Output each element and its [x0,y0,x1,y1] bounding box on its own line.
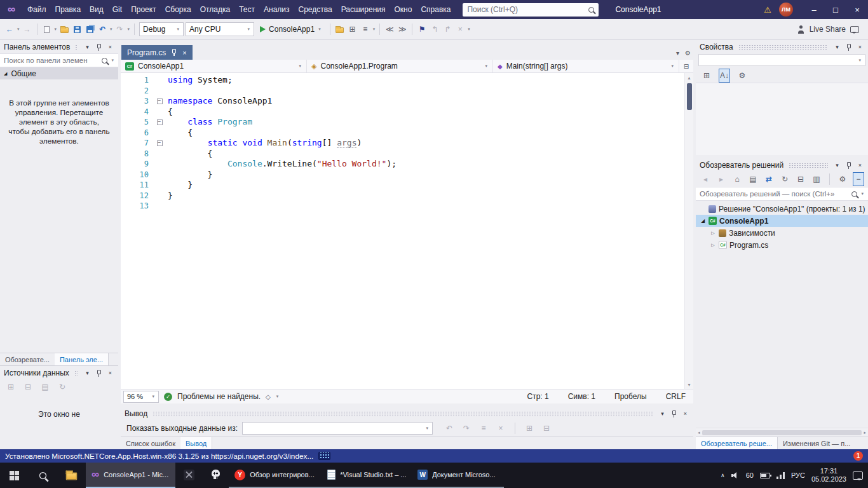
back-icon[interactable]: ◂ [700,172,711,186]
clear-bookmarks-icon[interactable]: × [454,22,466,36]
pin-icon[interactable] [171,48,177,57]
code-cleanup-icon[interactable]: ◇ [266,393,271,400]
editor-options-gear-icon[interactable]: ⚙ [685,50,691,57]
configure-icon[interactable]: ▤ [39,380,51,394]
pin-icon[interactable] [844,43,853,51]
menu-item[interactable]: Анализ [259,0,294,19]
health-indicator-icon[interactable]: ✓ [164,393,172,401]
minimize-button[interactable]: – [803,0,825,19]
code-line[interactable]: 3−namespace ConsoleApp1 [121,96,684,107]
show-all-files-icon[interactable]: ▥ [811,172,822,186]
properties-object-dropdown[interactable]: ▾ [698,54,865,66]
alphabetical-sort-icon[interactable]: A↓ [719,69,730,83]
chevron-down-icon[interactable]: ▾ [109,27,113,32]
tree-item[interactable]: Решение "ConsoleApp1" (проекты: 1 из 1) [696,203,868,215]
menu-item[interactable]: Файл [23,0,51,19]
add-source-icon[interactable]: ⊞ [5,380,17,394]
code-line[interactable]: 4{ [121,107,684,118]
line-options-icon[interactable]: ≡ [360,22,371,36]
find-next-icon[interactable]: ↷ [461,421,472,435]
notification-badge[interactable]: 1 [853,451,863,461]
chevron-down-icon[interactable]: ▾ [372,27,376,32]
next-bookmark-icon[interactable]: ↱ [442,22,453,36]
solution-tab[interactable]: Обозреватель реше... [696,437,778,449]
code-line[interactable]: 12} [121,191,684,201]
forward-icon[interactable]: ▸ [715,172,727,186]
data-sources-header[interactable]: Источники данных ▾ × [0,366,118,379]
categorized-icon[interactable]: ⊞ [701,69,712,83]
close-icon[interactable]: × [106,369,114,377]
save-all-icon[interactable] [84,22,95,36]
toolbox-header[interactable]: Панель элементов ▾ × [0,40,118,53]
solution-search-box[interactable]: ▾ [696,187,868,201]
menu-item[interactable]: Правка [51,0,86,19]
split-editor-button[interactable]: ⊟ [679,60,693,72]
code-line[interactable]: 1using System; [121,75,684,86]
fold-toggle-icon[interactable]: − [157,119,163,125]
taskbar-app[interactable]: YОбзор интегриров... [229,463,322,488]
redo-icon[interactable]: ↷ [114,22,126,36]
language-indicator[interactable]: РУС [791,471,805,479]
close-icon[interactable]: × [856,43,864,51]
show-hidden-icons-chevron[interactable]: ∧ [721,472,725,478]
menu-item[interactable]: Проект [126,0,161,19]
close-button[interactable]: × [846,0,868,19]
toggle-output-icon[interactable]: ⊞ [524,421,535,435]
toolbox-tab[interactable]: Панель эле... [55,353,109,365]
quick-search-input[interactable] [467,5,585,14]
close-icon[interactable]: × [856,161,864,170]
account-avatar[interactable]: ЛМ [779,3,793,17]
zoom-dropdown[interactable]: 96 % ▾ [123,391,159,403]
taskbar-app[interactable]: ∞ConsoleApp1 - Mic... [86,463,175,488]
toolbox-tab[interactable]: Обозревате... [0,353,55,365]
chevron-down-icon[interactable]: ▾ [111,58,114,63]
find-message-icon[interactable]: ↶ [444,421,455,435]
previous-bookmark-icon[interactable]: ↰ [429,22,440,36]
bookmark-icon[interactable]: ⚑ [416,22,428,36]
tree-item[interactable]: ◢C#ConsoleApp1 [696,215,868,227]
drag-grip[interactable] [74,370,78,376]
window-position-chevron-icon[interactable]: ▾ [833,161,841,170]
menu-item[interactable]: Средства [294,0,337,19]
solution-tab[interactable]: Изменения Git — п... [778,437,855,449]
tab-list-chevron-icon[interactable]: ▾ [676,50,679,57]
menu-item[interactable]: Git [108,0,126,19]
code-line[interactable]: 6 { [121,128,684,139]
feedback-icon[interactable] [850,26,859,33]
drag-grip[interactable] [738,44,828,50]
close-icon[interactable]: × [182,49,186,57]
chevron-down-icon[interactable]: ▾ [276,394,280,399]
refresh-icon[interactable]: ↻ [57,380,68,394]
solution-search-input[interactable] [700,190,848,198]
toolbox-search-box[interactable]: ▾ [0,53,118,67]
edit-source-icon[interactable]: ⊟ [22,380,34,394]
whitespace-indicator[interactable]: Пробелы [614,392,647,401]
new-file-icon[interactable] [41,22,53,36]
menu-item[interactable]: Тест [234,0,259,19]
class-breadcrumb-dropdown[interactable]: ◈ ConsoleApp1.Program ▾ [307,60,493,72]
battery-icon[interactable] [760,473,770,478]
chevron-down-icon[interactable]: ▾ [17,27,20,32]
configuration-dropdown[interactable]: Debug ▾ [139,22,184,36]
navigate-backward-icon[interactable]: ← [4,22,15,36]
switch-views-icon[interactable]: ▤ [747,172,759,186]
solution-explorer-header[interactable]: Обозреватель решений ▾ × [696,158,868,172]
undo-icon[interactable]: ↶ [97,22,108,36]
window-position-chevron-icon[interactable]: ▾ [83,43,92,51]
pin-icon[interactable] [95,369,103,377]
network-icon[interactable] [776,472,785,479]
clear-output-icon[interactable]: × [495,421,506,435]
save-icon[interactable] [71,22,83,36]
drag-grip[interactable] [75,44,78,50]
scroll-right-icon[interactable]: ▸ [864,430,866,435]
output-tab[interactable]: Список ошибок [121,437,180,449]
navigate-forward-icon[interactable]: → [22,22,33,36]
pin-icon[interactable] [844,161,853,170]
action-center-icon[interactable] [853,471,863,480]
pin-icon[interactable] [95,43,103,51]
scrollbar-thumb[interactable] [687,83,692,110]
window-position-chevron-icon[interactable]: ▾ [833,43,841,51]
code-line[interactable]: 8 { [121,149,684,159]
refresh-icon[interactable]: ↻ [779,172,790,186]
menu-item[interactable]: Расширения [337,0,390,19]
